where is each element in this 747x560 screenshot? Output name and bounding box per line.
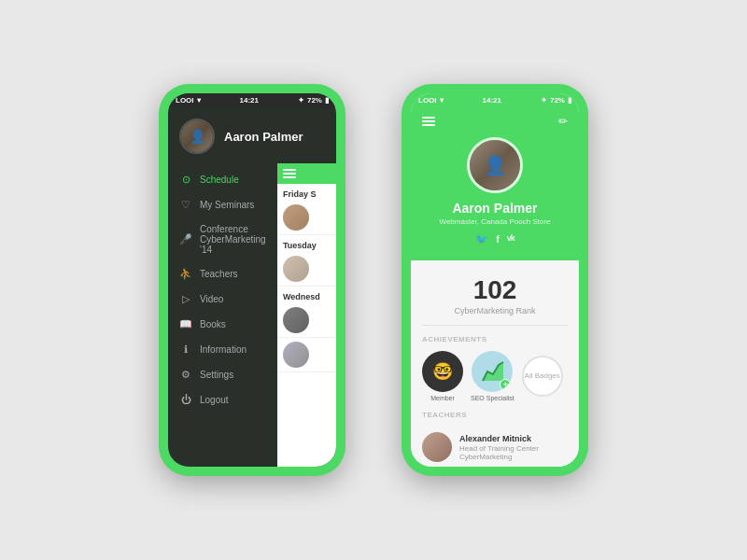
menu-item-teachers[interactable]: ⛹ Teachers <box>168 261 277 287</box>
schedule-person-2 <box>277 252 336 287</box>
settings-icon: ⚙ <box>179 369 192 381</box>
information-icon: ℹ <box>179 343 192 356</box>
wifi-left: ▾ <box>197 96 201 105</box>
schedule-person-1 <box>277 201 336 235</box>
time-left: 14:21 <box>240 96 259 105</box>
hamburger-menu-right[interactable] <box>422 117 435 126</box>
badge-seo: + SEO Specialist <box>471 351 514 401</box>
badge-all[interactable]: All Badges <box>522 356 563 397</box>
badge-all-circle: All Badges <box>522 356 563 397</box>
menu-item-video[interactable]: ▷ Video <box>168 287 277 312</box>
hamburger-icon[interactable] <box>283 169 296 178</box>
profile-header: ✏ 👤 Aaron Palmer Webmaster, Canada Pooch… <box>411 107 579 260</box>
profile-subtitle: Webmaster, Canada Pooch Store <box>439 217 550 226</box>
achievements-label: ACHIEVEMENTS <box>422 335 568 343</box>
teachers-label: TEACHERS <box>422 411 568 419</box>
twitter-icon[interactable]: 🐦 <box>475 233 488 245</box>
schedule-avatar-4 <box>283 342 309 368</box>
profile-body: 102 CyberMarketing Rank ACHIEVEMENTS 🤓 M… <box>411 260 579 467</box>
schedule-person-3 <box>277 303 336 338</box>
all-badges-text: All Badges <box>525 371 560 381</box>
menu-item-schedule[interactable]: ⊙ Schedule <box>168 167 277 192</box>
user-name-left: Aaron Palmer <box>224 130 303 144</box>
rank-label: CyberMarketing Rank <box>422 306 568 315</box>
schedule-person-4 <box>277 338 336 372</box>
menu-item-information[interactable]: ℹ Information <box>168 337 277 362</box>
menu-label-conference: Conference CyberMarketing '14 <box>200 224 266 255</box>
teacher-avatar <box>422 432 452 462</box>
menu-label-books: Books <box>200 319 226 329</box>
badge-seo-circle: + <box>472 351 513 392</box>
battery-icon-left: ▮ <box>325 96 329 105</box>
profile-top-bar: ✏ <box>422 115 568 128</box>
menu-item-logout[interactable]: ⏻ Logout <box>168 387 277 412</box>
battery-left: 72% <box>307 96 322 105</box>
menu-item-seminars[interactable]: ♡ My Seminars <box>168 192 277 217</box>
rank-number: 102 <box>422 275 568 305</box>
badge-seo-label: SEO Specialist <box>471 395 514 401</box>
wifi-right: ▾ <box>440 96 444 105</box>
badge-member-circle: 🤓 <box>422 351 463 392</box>
social-icons: 🐦 f vk <box>475 233 514 245</box>
bluetooth-left: ✦ <box>298 96 304 105</box>
vk-icon[interactable]: vk <box>507 233 514 245</box>
schedule-header <box>277 163 336 184</box>
carrier-right: LOOI <box>418 96 437 105</box>
phone-left: LOOI ▾ 14:21 ✦ 72% ▮ 👤 Aaron Palmer ⊙ <box>159 84 345 476</box>
menu-header: 👤 Aaron Palmer <box>168 107 336 163</box>
phone-right: LOOI ▾ 14:21 ✦ 72% ▮ ✏ 👤 <box>402 84 588 476</box>
user-avatar-left: 👤 <box>179 119 215 154</box>
teacher-info: Alexander Mitnick Head of Training Cente… <box>459 434 568 461</box>
menu-body: ⊙ Schedule ♡ My Seminars 🎤 Conference Cy… <box>168 163 336 467</box>
battery-icon-right: ▮ <box>568 96 571 105</box>
books-icon: 📖 <box>179 318 192 330</box>
profile-avatar: 👤 <box>467 137 523 193</box>
schedule-icon: ⊙ <box>179 174 192 186</box>
schedule-avatar-2 <box>283 256 309 282</box>
menu-label-seminars: My Seminars <box>200 200 254 210</box>
teacher-name: Alexander Mitnick <box>459 434 568 443</box>
logout-icon: ⏻ <box>179 394 192 405</box>
menu-item-settings[interactable]: ⚙ Settings <box>168 362 277 387</box>
video-icon: ▷ <box>179 293 192 305</box>
bluetooth-right: ✦ <box>541 96 547 105</box>
schedule-day-1: Friday S <box>277 184 336 201</box>
schedule-avatar-3 <box>283 307 309 333</box>
teacher-item: Alexander Mitnick Head of Training Cente… <box>422 427 568 467</box>
rank-section: 102 CyberMarketing Rank <box>422 270 568 326</box>
battery-right: 72% <box>550 96 565 105</box>
teacher-title: Head of Training Center CyberMarketing <box>459 444 568 461</box>
conference-icon: 🎤 <box>179 233 192 245</box>
menu-list: ⊙ Schedule ♡ My Seminars 🎤 Conference Cy… <box>168 163 277 467</box>
schedule-panel: Friday S Tuesday Wednesd <box>277 163 336 467</box>
menu-label-teachers: Teachers <box>200 269 238 279</box>
menu-label-information: Information <box>200 344 247 355</box>
menu-item-conference[interactable]: 🎤 Conference CyberMarketing '14 <box>168 217 277 261</box>
status-bar-right: LOOI ▾ 14:21 ✦ 72% ▮ <box>411 93 579 107</box>
status-bar-left: LOOI ▾ 14:21 ✦ 72% ▮ <box>168 93 336 107</box>
facebook-icon[interactable]: f <box>496 233 500 245</box>
carrier-left: LOOI <box>176 96 194 105</box>
badge-member-label: Member <box>430 395 455 401</box>
seminars-icon: ♡ <box>179 199 192 211</box>
achievements-row: 🤓 Member + SEO Specialist <box>422 351 568 401</box>
schedule-day-3: Wednesd <box>277 287 336 303</box>
menu-label-schedule: Schedule <box>200 175 239 185</box>
edit-icon[interactable]: ✏ <box>558 115 568 128</box>
badge-member: 🤓 Member <box>422 351 463 401</box>
teachers-icon: ⛹ <box>179 268 192 280</box>
menu-label-logout: Logout <box>200 395 229 405</box>
menu-item-books[interactable]: 📖 Books <box>168 312 277 337</box>
schedule-avatar-1 <box>283 204 309 231</box>
menu-label-settings: Settings <box>200 370 233 380</box>
profile-name: Aaron Palmer <box>452 201 537 216</box>
schedule-day-2: Tuesday <box>277 235 336 252</box>
badge-seo-plus: + <box>500 379 511 390</box>
time-right: 14:21 <box>483 96 501 105</box>
menu-label-video: Video <box>200 294 223 304</box>
